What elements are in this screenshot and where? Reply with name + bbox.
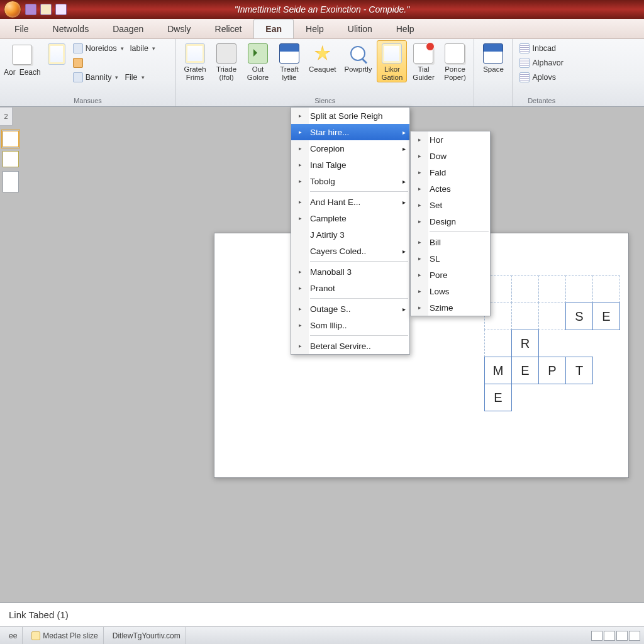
doc-icon bbox=[48, 43, 65, 65]
submenu-item[interactable]: Bill bbox=[411, 234, 490, 250]
btn-grateh[interactable]: GratehFrims bbox=[180, 40, 210, 82]
view-sorter-icon[interactable] bbox=[604, 631, 615, 641]
menu-item[interactable]: J Atirtiy 3 bbox=[291, 226, 409, 243]
menu-relicet[interactable]: Relicet bbox=[203, 19, 254, 38]
ribbon-group-mansues: AorEeach Noreidos▾labile▾ Bannity▾File▾ … bbox=[0, 39, 176, 106]
menu-item-label: Som lllip.. bbox=[310, 321, 347, 330]
btn-triade[interactable]: Triade(Ifol) bbox=[211, 40, 242, 82]
btn-noreidos[interactable]: Noreidos▾labile▾ bbox=[70, 42, 158, 55]
btn-out[interactable]: OutGolore bbox=[243, 40, 273, 82]
submenu-item-label: SL bbox=[430, 254, 440, 264]
btn-alphavor[interactable]: Alphavor bbox=[516, 56, 566, 70]
btn-eeach[interactable] bbox=[45, 40, 69, 67]
btn-bannity[interactable]: Bannity▾File▾ bbox=[70, 70, 158, 84]
btn-tial[interactable]: TialGuider bbox=[408, 40, 438, 82]
flag-icon bbox=[295, 213, 305, 223]
cell[interactable]: E bbox=[511, 357, 539, 384]
star-icon bbox=[313, 43, 333, 64]
flag-icon bbox=[295, 341, 305, 351]
qat-save-icon[interactable] bbox=[25, 4, 36, 15]
context-menu[interactable]: Split at Sorie ReighStar hire...Corepion… bbox=[291, 107, 410, 355]
context-submenu[interactable]: HorDowFaldActesSetDesignBillSLPoreLowsSz… bbox=[410, 131, 491, 316]
btn-likor[interactable]: LikorGation bbox=[377, 40, 407, 82]
qat-undo-icon[interactable] bbox=[40, 4, 52, 15]
submenu-item[interactable]: SL bbox=[411, 250, 490, 267]
submenu-item[interactable]: Set bbox=[411, 197, 490, 213]
btn-powprtly[interactable]: Powprtly bbox=[340, 40, 375, 82]
label-eeach: Eeach bbox=[19, 68, 41, 77]
menu-ean[interactable]: Ean bbox=[253, 19, 294, 38]
status-seg-3[interactable]: DitlewTgYourtiv.com bbox=[108, 627, 186, 644]
btn-ponce[interactable]: PoncePoper) bbox=[440, 40, 470, 82]
submenu-item[interactable]: Dow bbox=[411, 148, 490, 164]
ribbon-group-space: Space bbox=[474, 39, 513, 106]
magnifier-icon bbox=[348, 43, 368, 64]
view-slideshow-icon[interactable] bbox=[629, 631, 640, 641]
submenu-item[interactable]: Pore bbox=[411, 267, 490, 283]
cell[interactable]: E bbox=[484, 384, 512, 411]
menu-item[interactable]: Tobolg bbox=[291, 173, 409, 189]
left-tab[interactable]: 2 bbox=[0, 107, 13, 126]
menu-item[interactable]: Pranot bbox=[291, 280, 409, 296]
menu-help-2[interactable]: Help bbox=[384, 19, 426, 38]
cell[interactable]: P bbox=[538, 357, 566, 384]
menu-daagen[interactable]: Daagen bbox=[101, 19, 155, 38]
menu-item[interactable]: Corepion bbox=[291, 140, 409, 157]
menu-item[interactable]: Outage S.. bbox=[291, 301, 409, 317]
submenu-item[interactable]: Actes bbox=[411, 180, 490, 197]
menu-item[interactable]: Manoball 3 bbox=[291, 264, 409, 280]
table-icon bbox=[185, 43, 205, 64]
ribbon-group-detantes: Inbcad Alphavor Aplovs Detantes bbox=[513, 39, 570, 106]
menu-netwolds[interactable]: Netwolds bbox=[41, 19, 101, 38]
menu-item[interactable]: Split at Sorie Reigh bbox=[291, 108, 409, 124]
menu-item[interactable]: Camplete bbox=[291, 210, 409, 226]
group-label: Detantes bbox=[516, 96, 566, 106]
cell[interactable]: M bbox=[484, 357, 512, 384]
flag-icon bbox=[414, 270, 425, 280]
menu-item-label: Inal Talge bbox=[310, 160, 347, 170]
menu-ulition[interactable]: Ulition bbox=[336, 19, 384, 38]
menu-item-label: Pranot bbox=[310, 284, 335, 293]
cell[interactable]: S bbox=[565, 303, 593, 330]
submenu-item[interactable]: Design bbox=[411, 213, 490, 230]
status-seg-2[interactable]: Medast Ple slize bbox=[26, 627, 103, 644]
btn-aor[interactable] bbox=[4, 42, 41, 67]
menu-dwsly[interactable]: Dwsly bbox=[155, 19, 203, 38]
slide-thumbnail-panel bbox=[0, 127, 21, 196]
menu-item-label: And Hant E... bbox=[310, 197, 360, 207]
menu-file[interactable]: File bbox=[3, 19, 41, 38]
btn-treaft[interactable]: Treaftlytlie bbox=[274, 40, 304, 82]
view-reading-icon[interactable] bbox=[616, 631, 628, 641]
menu-item[interactable]: Cayers Coled.. bbox=[291, 243, 409, 259]
btn-tool[interactable] bbox=[70, 56, 158, 70]
table-cells[interactable]: SE R MEPT E bbox=[485, 276, 620, 411]
menu-item[interactable]: Beteral Servire.. bbox=[291, 338, 409, 354]
btn-aplovs[interactable]: Aplovs bbox=[516, 70, 566, 84]
cell[interactable]: T bbox=[565, 357, 593, 384]
slide-thumbnail-3[interactable] bbox=[3, 171, 19, 192]
view-normal-icon[interactable] bbox=[591, 631, 602, 641]
submenu-item[interactable]: Szime bbox=[411, 299, 490, 316]
flag-icon bbox=[414, 303, 425, 313]
menu-item-label: Split at Sorie Reigh bbox=[310, 111, 383, 121]
ribbon: AorEeach Noreidos▾labile▾ Bannity▾File▾ … bbox=[0, 39, 644, 107]
btn-space[interactable]: Space bbox=[478, 40, 508, 82]
cell[interactable]: E bbox=[592, 303, 620, 330]
cell[interactable]: R bbox=[511, 330, 539, 357]
slide-thumbnail-1[interactable] bbox=[3, 131, 19, 147]
office-orb-button[interactable] bbox=[4, 1, 21, 18]
btn-inbcad[interactable]: Inbcad bbox=[516, 42, 566, 55]
submenu-item[interactable]: Lows bbox=[411, 283, 490, 299]
menu-item[interactable]: And Hant E... bbox=[291, 194, 409, 210]
notes-pane[interactable]: Link Tabed (1) bbox=[0, 602, 644, 626]
menu-item[interactable]: Inal Talge bbox=[291, 157, 409, 173]
slide-thumbnail-2[interactable] bbox=[3, 151, 19, 167]
btn-ceaquet[interactable]: Ceaquet bbox=[306, 40, 339, 82]
qat-redo-icon[interactable] bbox=[55, 4, 67, 15]
submenu-item[interactable]: Hor bbox=[411, 131, 490, 148]
menu-item-label: Outage S.. bbox=[310, 304, 351, 314]
menu-item[interactable]: Star hire... bbox=[291, 124, 409, 140]
menu-help[interactable]: Help bbox=[294, 19, 336, 38]
submenu-item[interactable]: Fald bbox=[411, 164, 490, 180]
menu-item[interactable]: Som lllip.. bbox=[291, 317, 409, 333]
